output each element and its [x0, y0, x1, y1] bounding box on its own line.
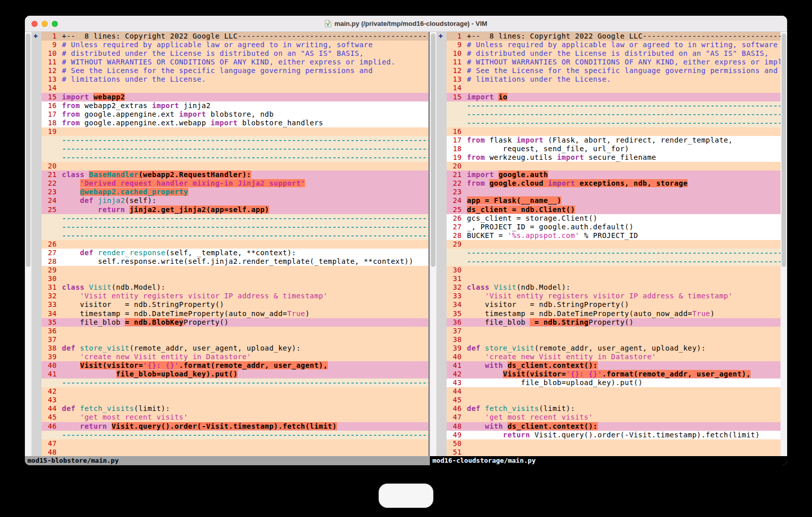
- code-row[interactable]: 44def fetch_visits(limit):: [42, 404, 428, 413]
- code-row[interactable]: 42 Visit(visitor='{}: {}'.format(remote_…: [447, 370, 781, 378]
- zoom-button[interactable]: [52, 21, 58, 27]
- code-row[interactable]: 30: [447, 266, 781, 274]
- code-row[interactable]: 42: [42, 387, 428, 396]
- code-row[interactable]: 37: [447, 327, 781, 335]
- code-row[interactable]: 46 return Visit.query().order(-Visit.tim…: [42, 422, 428, 431]
- code-row[interactable]: 44: [447, 387, 781, 396]
- code-row[interactable]: 43: [42, 396, 428, 404]
- code-row[interactable]: 26: [42, 240, 428, 249]
- code-row[interactable]: 12# See the License for the specific lan…: [447, 66, 781, 75]
- code-row[interactable]: 17from google.appengine.ext import blobs…: [42, 110, 428, 119]
- close-button[interactable]: [31, 21, 38, 27]
- code-row[interactable]: 29: [447, 240, 781, 249]
- code-row[interactable]: 14: [447, 84, 781, 92]
- scrollbar-left[interactable]: [25, 32, 31, 456]
- code-row[interactable]: 18from google.appengine.ext.webapp impor…: [42, 119, 428, 127]
- code-row[interactable]: 11# WITHOUT WARRANTIES OR CONDITIONS OF …: [42, 58, 428, 66]
- scrollbar-left-thumb[interactable]: [26, 33, 30, 267]
- code-row[interactable]: 27 def render_response(self, _template, …: [42, 249, 428, 257]
- code-row[interactable]: 35 timestamp = ndb.DateTimeProperty(auto…: [447, 309, 781, 318]
- code-row[interactable]: 48: [42, 448, 428, 456]
- code-row[interactable]: 19from werkzeug.utils import secure_file…: [447, 153, 781, 162]
- code-row[interactable]: 9# Unless required by applicable law or …: [447, 41, 781, 49]
- code-row[interactable]: 40 'create new Visit entity in Datastore…: [447, 353, 781, 361]
- code-row[interactable]: 50: [447, 439, 781, 448]
- fold-plus-icon[interactable]: +: [33, 32, 38, 40]
- code-row[interactable]: 48 with ds_client.context():: [447, 422, 781, 431]
- code-row[interactable]: 22from google.cloud import exceptions, n…: [447, 179, 781, 188]
- code-row[interactable]: 12# See the License for the specific lan…: [42, 66, 428, 75]
- code-row[interactable]: 47 'get most recent visits': [447, 413, 781, 422]
- code-row[interactable]: 37: [42, 335, 428, 344]
- code-row[interactable]: 24 def jinja2(self):: [42, 196, 428, 205]
- scrollbar-right-thumb[interactable]: [782, 33, 786, 267]
- code-row[interactable]: 9# Unless required by applicable law or …: [42, 41, 428, 49]
- code-row[interactable]: 30: [42, 274, 428, 283]
- code-row[interactable]: 28 self.response.write(self.jinja2.rende…: [42, 257, 428, 266]
- fold-row[interactable]: 1+-- 8 lines: Copyright 2022 Google LLC-…: [447, 32, 781, 41]
- code-row[interactable]: 22 'Derived request handler mixing-in Ji…: [42, 179, 428, 188]
- code-row[interactable]: 25 return jinja2.get_jinja2(app=self.app…: [42, 205, 428, 214]
- code-row[interactable]: 17from flask import (Flask, abort, redir…: [447, 136, 781, 145]
- code-row[interactable]: 49 return Visit.query().order(-Visit.tim…: [447, 431, 781, 439]
- code-row[interactable]: 36 file_blob = ndb.StringProperty(): [447, 318, 781, 327]
- code-row[interactable]: 13# limitations under the License.: [447, 75, 781, 84]
- code-row[interactable]: 46def fetch_visits(limit):: [447, 404, 781, 413]
- code-row[interactable]: 24app = Flask(__name__): [447, 196, 781, 205]
- code-row[interactable]: 11# WITHOUT WARRANTIES OR CONDITIONS OF …: [447, 58, 781, 66]
- code-row[interactable]: 25ds_client = ndb.Client(): [447, 205, 781, 214]
- code-row[interactable]: 41 with ds_client.context():: [447, 361, 781, 370]
- code-row[interactable]: 19: [42, 127, 428, 136]
- code-row[interactable]: 10# distributed under the License is dis…: [42, 49, 428, 58]
- minimize-button[interactable]: [42, 21, 48, 27]
- code-row[interactable]: 45 'get most recent visits': [42, 413, 428, 422]
- code-row[interactable]: 31class Visit(ndb.Model):: [42, 283, 428, 292]
- code-row[interactable]: 15import io: [447, 93, 781, 101]
- code-row[interactable]: 47: [42, 439, 428, 448]
- code-row[interactable]: 18 request, send_file, url_for): [447, 145, 781, 153]
- code-row[interactable]: 45: [447, 396, 781, 404]
- code-row[interactable]: 26gcs_client = storage.Client(): [447, 214, 781, 223]
- code-row[interactable]: 23: [447, 188, 781, 196]
- code-row[interactable]: 34 visitor = ndb.StringProperty(): [447, 300, 781, 309]
- code-row[interactable]: 35 file_blob = ndb.BlobKeyProperty(): [42, 318, 428, 327]
- code-row[interactable]: 21import google.auth: [447, 170, 781, 179]
- code-row[interactable]: 28BUCKET = '%s.appspot.com' % PROJECT_ID: [447, 231, 781, 240]
- code-row[interactable]: 32class Visit(ndb.Model):: [447, 283, 781, 292]
- code-row[interactable]: 33 'Visit entity registers visitor IP ad…: [447, 292, 781, 300]
- code-row[interactable]: 27_, PROJECT_ID = google.auth.default(): [447, 223, 781, 231]
- code-row[interactable]: 15import webapp2: [42, 93, 428, 101]
- fold-plus-icon[interactable]: +: [438, 32, 443, 40]
- code-row[interactable]: 38: [447, 335, 781, 344]
- fold-column-right[interactable]: +: [436, 32, 447, 456]
- fold-column-left[interactable]: +: [31, 32, 42, 456]
- code-row[interactable]: 33 visitor = ndb.StringProperty(): [42, 300, 428, 309]
- scrollbar-middle-thumb[interactable]: [431, 33, 435, 267]
- code-row[interactable]: 16: [447, 127, 781, 136]
- code-row[interactable]: 20: [447, 162, 781, 170]
- code-row[interactable]: 20: [42, 162, 428, 170]
- code-row[interactable]: 38def store_visit(remote_addr, user_agen…: [42, 344, 428, 353]
- fold-row[interactable]: 1+-- 8 lines: Copyright 2022 Google LLC-…: [42, 32, 428, 41]
- code-row[interactable]: 14: [42, 84, 428, 92]
- code-row[interactable]: 39 'create new Visit entity in Datastore…: [42, 353, 428, 361]
- code-row[interactable]: 39def store_visit(remote_addr, user_agen…: [447, 344, 781, 353]
- code-row[interactable]: 32 'Visit entity registers visitor IP ad…: [42, 292, 428, 300]
- dock-app-icon[interactable]: [379, 484, 433, 508]
- code-row[interactable]: 29: [42, 266, 428, 274]
- code-row[interactable]: 40 Visit(visitor='{}: {}'.format(remote_…: [42, 361, 428, 370]
- code-row[interactable]: 43 file_blob=upload_key).put(): [447, 378, 781, 387]
- window-titlebar[interactable]: V main.py (/private/tmp/mod16-cloudstora…: [25, 16, 787, 32]
- code-row[interactable]: 21class BaseHandler(webapp2.RequestHandl…: [42, 170, 428, 179]
- code-row[interactable]: 41 file_blob=upload_key).put(): [42, 370, 428, 378]
- code-row[interactable]: 16from webapp2_extras import jinja2: [42, 101, 428, 110]
- code-row[interactable]: 10# distributed under the License is dis…: [447, 49, 781, 58]
- code-row[interactable]: 31: [447, 274, 781, 283]
- scrollbar-right[interactable]: [781, 32, 787, 456]
- code-row[interactable]: 13# limitations under the License.: [42, 75, 428, 84]
- code-row[interactable]: 51: [447, 448, 781, 456]
- code-row[interactable]: 23 @webapp2.cached_property: [42, 188, 428, 196]
- scrollbar-middle[interactable]: [430, 32, 436, 456]
- code-row[interactable]: 34 timestamp = ndb.DateTimeProperty(auto…: [42, 309, 428, 318]
- code-row[interactable]: 36: [42, 327, 428, 335]
